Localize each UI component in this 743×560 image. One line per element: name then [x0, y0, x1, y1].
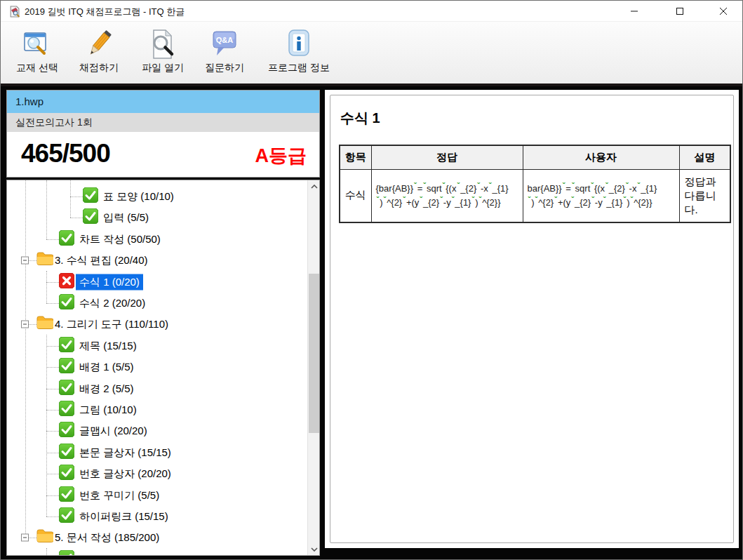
space-marker-icon: ˇ	[571, 195, 574, 204]
tree-item-label: 번호 글상자 (20/20)	[76, 466, 175, 482]
toolbar: 교재 선택채점하기파일 열기Q&A질문하기프로그램 정보	[1, 22, 742, 84]
tree-item-label: 입력 (5/5)	[100, 210, 152, 226]
tree-item-4-그리기-도구-110-110[interactable]: 4. 그리기 도구 (110/110)	[7, 314, 307, 335]
tree-item-label: 수식 2 (20/20)	[76, 295, 149, 312]
toolbar-button-label: 프로그램 정보	[268, 62, 330, 74]
tree-item-3-수식-편집-20-40[interactable]: 3. 수식 편집 (20/40)	[7, 250, 307, 271]
space-marker-icon: ˇ	[452, 195, 455, 204]
tree-item-본문-글상자-15-15[interactable]: 본문 글상자 (15/15)	[7, 442, 307, 463]
tree-item-label: 입력 (55/55)	[76, 551, 140, 555]
maximize-button[interactable]	[664, 1, 696, 22]
pass-check-icon	[59, 507, 74, 526]
toolbar-button-ask-question[interactable]: Q&A질문하기	[195, 28, 254, 80]
tree-item-하이퍼링크-15-15[interactable]: 하이퍼링크 (15/15)	[7, 506, 307, 527]
minimize-button[interactable]	[618, 1, 650, 22]
space-marker-icon: ˇ	[440, 195, 443, 204]
space-marker-icon: ˇ	[603, 195, 606, 204]
tree-item-수식-1-0-20[interactable]: 수식 1 (0/20)	[7, 272, 307, 293]
col-header-user: 사용자	[523, 145, 679, 169]
file-name-header[interactable]: 1.hwp	[7, 91, 319, 113]
tree-item-번호-꾸미기-5-5[interactable]: 번호 꾸미기 (5/5)	[7, 485, 307, 506]
pass-check-icon	[59, 465, 74, 483]
tree-item-입력-55-55[interactable]: 입력 (55/55)	[7, 549, 307, 555]
collapse-toggle-icon[interactable]	[21, 534, 29, 542]
toolbar-button-open-file[interactable]: 파일 열기	[133, 28, 192, 80]
pass-check-icon	[83, 208, 98, 227]
tree-item-배경-1-5-5[interactable]: 배경 1 (5/5)	[7, 356, 307, 378]
tree-item-글맵시-20-20[interactable]: 글맵시 (20/20)	[7, 420, 307, 441]
tree-item-label: 배경 1 (5/5)	[76, 359, 138, 375]
col-header-item: 항목	[340, 145, 371, 169]
tree-item-label: 하이퍼링크 (15/15)	[76, 509, 172, 525]
detail-heading: 수식 1	[340, 109, 380, 128]
collapse-toggle-icon[interactable]	[21, 257, 29, 265]
tree-item-번호-글상자-20-20[interactable]: 번호 글상자 (20/20)	[7, 463, 307, 484]
col-header-correct: 정답	[371, 145, 523, 169]
space-marker-icon: ˇ	[591, 181, 594, 189]
pass-check-icon	[59, 401, 74, 419]
tree-item-5-문서-작성-185-200[interactable]: 5. 문서 작성 (185/200)	[7, 527, 307, 548]
pass-check-icon	[59, 294, 74, 312]
tree-item-label: 본문 글상자 (15/15)	[76, 444, 175, 460]
tree-item-label: 배경 2 (5/5)	[76, 380, 138, 396]
space-marker-icon: ˇ	[528, 195, 531, 204]
pass-check-icon	[59, 444, 74, 462]
space-marker-icon: ˇ	[572, 181, 575, 189]
tree-item-입력-5-5[interactable]: 입력 (5/5)	[7, 207, 307, 228]
space-marker-icon: ˇ	[420, 195, 422, 204]
space-marker-icon: ˇ	[489, 181, 492, 189]
space-marker-icon: ˇ	[623, 195, 626, 204]
tree-item-차트-작성-50-50[interactable]: 차트 작성 (50/50)	[7, 229, 307, 250]
toolbar-button-label: 교재 선택	[16, 62, 58, 74]
tree-item-label: 3. 수식 편집 (20/40)	[51, 253, 152, 269]
pass-check-icon	[59, 230, 74, 248]
tree-item-label: 글맵시 (20/20)	[76, 423, 151, 439]
tree-item-수식-2-20-20[interactable]: 수식 2 (20/20)	[7, 293, 307, 314]
scrollbar-thumb[interactable]	[309, 274, 319, 433]
tree-scrollbar[interactable]	[307, 180, 319, 555]
col-header-explanation: 설명	[679, 145, 730, 169]
scroll-down-icon[interactable]	[308, 543, 320, 555]
fail-x-icon	[59, 273, 74, 291]
score-row: 465/500 A등급	[7, 132, 319, 177]
space-marker-icon: ˇ	[626, 181, 629, 189]
table-row: 수식 {bar{AB}}ˇ=ˇsqrtˇ{(xˇ_{2}ˇ-xˇ_{1}ˇ)ˇ^…	[340, 169, 730, 222]
toolbar-button-grade[interactable]: 채점하기	[69, 28, 128, 80]
tree-item-그림-10-10[interactable]: 그림 (10/10)	[7, 399, 307, 420]
tree-item-label: 수식 1 (0/20)	[76, 274, 143, 290]
space-marker-icon: ˇ	[477, 181, 480, 189]
toolbar-button-label: 채점하기	[79, 62, 119, 74]
space-marker-icon: ˇ	[403, 195, 406, 204]
window-title: 2019 길벗 ITQ 채점프로그램 - ITQ 한글	[25, 6, 185, 18]
pass-check-icon	[59, 550, 74, 555]
tree-item-label: 4. 그리기 도구 (110/110)	[51, 316, 172, 333]
correct-answer-cell: {bar{AB}}ˇ=ˇsqrtˇ{(xˇ_{2}ˇ-xˇ_{1}ˇ)ˇ^{2}…	[371, 169, 523, 222]
space-marker-icon: ˇ	[535, 195, 538, 204]
tree-item-제목-15-15[interactable]: 제목 (15/15)	[7, 335, 307, 356]
tree-item-label: 그림 (10/10)	[76, 402, 140, 418]
pass-check-icon	[59, 422, 74, 440]
toolbar-button-program-info[interactable]: 프로그램 정보	[259, 28, 339, 80]
space-marker-icon: ˇ	[377, 195, 380, 204]
total-score: 465/500	[21, 139, 110, 168]
book-search-icon	[21, 28, 53, 60]
qa-bubble-icon: Q&A	[208, 28, 241, 60]
title-bar: 2019 길벗 ITQ 채점프로그램 - ITQ 한글	[1, 1, 742, 22]
score-summary-panel: 1.hwp 실전모의고사 1회 465/500 A등급	[6, 90, 320, 178]
space-marker-icon: ˇ	[414, 181, 417, 189]
space-marker-icon: ˇ	[637, 181, 640, 189]
app-icon	[8, 6, 20, 18]
tree-item-표-모양-10-10[interactable]: 표 모양 (10/10)	[7, 186, 307, 207]
collapse-toggle-icon[interactable]	[21, 321, 29, 328]
pass-check-icon	[83, 187, 98, 206]
toolbar-button-label: 질문하기	[205, 62, 244, 74]
pass-check-icon	[59, 380, 74, 398]
close-button[interactable]	[707, 1, 739, 22]
scroll-up-icon[interactable]	[308, 180, 320, 192]
toolbar-separator	[1, 84, 742, 86]
tree-item-배경-2-5-5[interactable]: 배경 2 (5/5)	[7, 378, 307, 399]
tree-item-label: 표 모양 (10/10)	[100, 189, 178, 205]
info-icon	[283, 28, 315, 60]
space-marker-icon: ˇ	[605, 181, 608, 189]
toolbar-button-select-textbook[interactable]: 교재 선택	[8, 28, 67, 80]
